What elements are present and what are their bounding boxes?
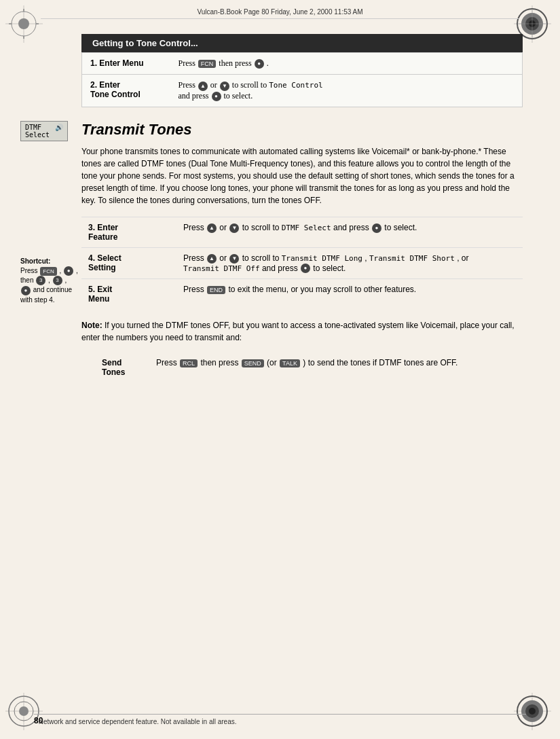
- top-bar: Vulcan-B.Book Page 80 Friday, June 2, 20…: [41, 5, 519, 19]
- shortcut-3-btn-2: 3: [53, 276, 62, 285]
- send-tones-label: SendTones: [95, 354, 149, 381]
- step-5-row: 5. ExitMenu Press END to exit the menu, …: [81, 279, 523, 310]
- up-button-3: ▲: [207, 223, 217, 233]
- getting-section-header: Getting to Tone Control...: [81, 34, 523, 52]
- step-2-row: 2. EnterTone Control Press ▲ or ▼ to scr…: [82, 75, 523, 107]
- end-button: END: [207, 286, 225, 294]
- svg-point-20: [19, 706, 29, 716]
- transmit-title: Transmit Tones: [81, 121, 523, 139]
- footer-note: * Network and service dependent feature.…: [34, 714, 526, 725]
- step-3-row: 3. EnterFeature Press ▲ or ▼ to scroll t…: [81, 217, 523, 247]
- transmit-steps-table: 3. EnterFeature Press ▲ or ▼ to scroll t…: [81, 217, 523, 310]
- shortcut-box: Shortcut: Press FCN , ● ,then 3 , 3 , ● …: [20, 257, 78, 305]
- step-5-instruction: Press END to exit the menu, or you may s…: [176, 279, 523, 310]
- transmit-tones-section: DTMF 🔊 Select Transmit Tones Your phone …: [81, 121, 523, 382]
- select-label: Select: [25, 131, 63, 139]
- step-4-instruction: Press ▲ or ▼ to scroll to Transmit DTMF …: [176, 247, 523, 279]
- shortcut-content: Press FCN , ● ,then 3 , 3 , ● and contin…: [20, 266, 78, 305]
- corner-decoration-tl: [5, 5, 46, 46]
- down-button-4: ▼: [229, 254, 239, 264]
- send-button: SEND: [242, 359, 264, 367]
- dtmf-select-icon-box: DTMF 🔊 Select: [20, 121, 75, 141]
- note-text: If you turned the DTMF tones OFF, but yo…: [81, 321, 515, 342]
- up-button-1: ▲: [198, 82, 208, 91]
- dtmf-label: DTMF 🔊: [25, 124, 63, 131]
- svg-point-26: [529, 708, 536, 715]
- down-button-3: ▼: [229, 223, 239, 233]
- step-4-label: 4. SelectSetting: [81, 247, 176, 279]
- top-bar-text: Vulcan-B.Book Page 80 Friday, June 2, 20…: [197, 8, 362, 16]
- fcn-button-1: FCN: [198, 60, 217, 68]
- send-tones-instruction: Press RCL then press SEND (or TALK ) to …: [149, 354, 536, 381]
- shortcut-3-btn-1: 3: [36, 276, 45, 285]
- shortcut-label: Shortcut:: [20, 257, 78, 266]
- shortcut-sel-btn: ●: [64, 266, 73, 276]
- rcl-button: RCL: [180, 359, 198, 367]
- note-section: Note: If you turned the DTMF tones OFF, …: [81, 319, 523, 344]
- step-2-instruction: Press ▲ or ▼ to scroll to Tone Control a…: [170, 75, 523, 107]
- getting-steps-table: 1. Enter Menu Press FCN then press ● . 2…: [81, 52, 523, 107]
- step-1-instruction: Press FCN then press ● .: [170, 53, 523, 75]
- step-3-instruction: Press ▲ or ▼ to scroll to DTMF Select an…: [176, 217, 523, 247]
- down-button-1: ▼: [220, 82, 229, 91]
- select-button-2: ●: [212, 92, 221, 101]
- getting-to-tone-control-section: Getting to Tone Control... 1. Enter Menu…: [81, 34, 523, 107]
- corner-decoration-bl: [5, 693, 46, 734]
- main-content: Getting to Tone Control... 1. Enter Menu…: [81, 34, 523, 698]
- select-button-4: ●: [301, 264, 310, 273]
- select-button-3: ●: [372, 223, 381, 233]
- shortcut-sel-btn-2: ●: [21, 286, 31, 295]
- footer-note-text: * Network and service dependent feature.…: [34, 718, 237, 725]
- step-5-label: 5. ExitMenu: [81, 279, 176, 310]
- corner-decoration-br: [514, 693, 555, 734]
- step-1-label: 1. Enter Menu: [82, 53, 170, 75]
- send-tones-row: SendTones Press RCL then press SEND (or …: [95, 354, 536, 381]
- step-4-row: 4. SelectSetting Press ▲ or ▼ to scroll …: [81, 247, 523, 279]
- shortcut-fcn-btn: FCN: [40, 267, 56, 276]
- transmit-body: Your phone transmits tones to communicat…: [81, 145, 523, 206]
- svg-point-3: [18, 18, 29, 29]
- up-button-4: ▲: [207, 254, 217, 264]
- step-2-label: 2. EnterTone Control: [82, 75, 170, 107]
- step-3-label: 3. EnterFeature: [81, 217, 176, 247]
- select-button-1: ●: [255, 59, 264, 69]
- step-1-row: 1. Enter Menu Press FCN then press ● .: [82, 53, 523, 75]
- talk-button: TALK: [280, 359, 300, 367]
- send-tones-table: SendTones Press RCL then press SEND (or …: [95, 354, 536, 381]
